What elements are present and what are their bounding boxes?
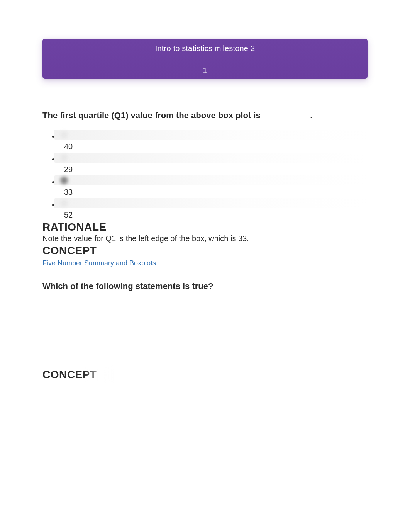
concept2-wrap: CONCEPT: [42, 369, 97, 381]
rationale-text: Note the value for Q1 is the left edge o…: [42, 234, 368, 243]
option-row[interactable]: 29: [59, 153, 368, 174]
option-text: 40: [64, 142, 368, 151]
header-number: 1: [42, 66, 368, 75]
question2-prompt: Which of the following statements is tru…: [42, 281, 368, 291]
option-row[interactable]: 52: [59, 198, 368, 219]
concept2-heading: CONCEPT: [42, 369, 97, 381]
question1-prompt: The first quartile (Q1) value from the a…: [42, 110, 368, 121]
rationale-heading: RATIONALE: [42, 221, 368, 233]
page-container: Intro to statistics milestone 2 1 The fi…: [0, 0, 410, 396]
option-row[interactable]: 40: [59, 130, 368, 151]
radio-icon[interactable]: [60, 131, 68, 139]
radio-icon[interactable]: [60, 154, 68, 161]
header-banner: Intro to statistics milestone 2 1: [42, 39, 368, 79]
option-text: 29: [64, 165, 368, 174]
header-title: Intro to statistics milestone 2: [42, 44, 368, 53]
option-row[interactable]: 33: [59, 175, 368, 197]
option-text: 52: [64, 211, 368, 219]
radio-icon[interactable]: [60, 177, 68, 184]
concept-link[interactable]: Five Number Summary and Boxplots: [42, 259, 156, 267]
radio-icon[interactable]: [60, 199, 68, 207]
concept-heading: CONCEPT: [42, 245, 368, 257]
question1-options: 40 29 33 52: [42, 130, 368, 219]
option-text: 33: [64, 188, 368, 197]
